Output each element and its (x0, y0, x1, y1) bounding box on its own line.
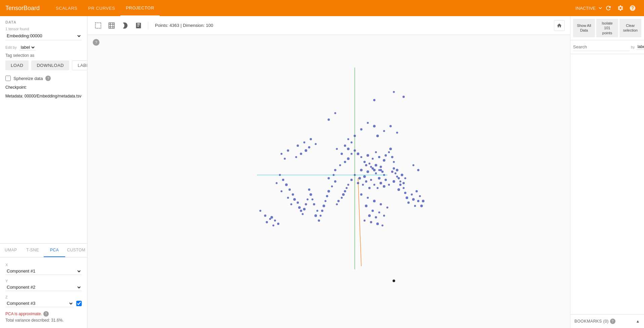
svg-point-119 (292, 193, 294, 196)
nav-pr-curves[interactable]: PR CURVES (83, 0, 120, 16)
nav-projector[interactable]: PROJECTOR (120, 0, 159, 16)
edit-by-select[interactable]: label (19, 44, 36, 50)
bookmarks-help-icon[interactable]: ? (610, 319, 615, 324)
svg-point-156 (315, 143, 317, 145)
y-axis-select[interactable]: Component #1 Component #2 Component #3 (5, 284, 82, 291)
svg-point-25 (376, 187, 378, 189)
svg-point-158 (305, 149, 307, 152)
nav-scalars[interactable]: SCALARS (50, 0, 83, 16)
svg-point-63 (347, 157, 350, 160)
svg-point-123 (290, 203, 292, 205)
svg-point-163 (396, 169, 399, 171)
svg-point-104 (370, 221, 372, 223)
clear-selection-button[interactable]: Clear selection (619, 19, 641, 37)
svg-point-120 (287, 197, 289, 199)
settings-button[interactable] (614, 2, 627, 14)
svg-point-62 (391, 156, 394, 158)
topbar: TensorBoard SCALARS PR CURVES PROJECTOR … (0, 0, 644, 16)
svg-point-80 (308, 189, 310, 191)
svg-point-56 (385, 154, 387, 157)
svg-point-100 (383, 215, 385, 217)
svg-point-167 (402, 182, 405, 184)
x-axis-select[interactable]: Component #1 Component #2 Component #3 (5, 268, 82, 275)
svg-point-21 (385, 179, 387, 181)
isolate-points-button[interactable]: Isolate 101 points (596, 19, 618, 37)
sphereize-help-icon[interactable]: ? (45, 76, 51, 81)
svg-point-121 (293, 198, 296, 201)
scatter-plot[interactable] (87, 35, 570, 328)
svg-point-111 (333, 174, 335, 176)
pca-approx-help-icon[interactable]: ? (43, 311, 49, 317)
svg-point-169 (259, 210, 261, 212)
svg-point-175 (277, 223, 279, 225)
svg-line-8 (358, 178, 361, 266)
svg-point-107 (339, 164, 341, 166)
svg-point-128 (347, 138, 349, 140)
night-mode-icon[interactable] (120, 20, 130, 31)
svg-point-137 (344, 145, 346, 147)
svg-point-30 (354, 174, 356, 176)
svg-point-162 (395, 172, 397, 174)
bookmarks-chevron-icon[interactable]: ▲ (636, 319, 640, 324)
tensor-select[interactable]: Embedding:00000 (5, 32, 82, 40)
by-label: by (631, 45, 635, 49)
x-axis-label: X (5, 263, 82, 267)
svg-point-82 (305, 203, 307, 205)
svg-point-166 (401, 174, 403, 176)
label-button[interactable]: Label (72, 60, 87, 70)
svg-point-152 (281, 153, 283, 155)
svg-point-179 (393, 280, 395, 282)
svg-point-27 (357, 182, 359, 184)
variance-label: Total variance described: 31.6%. (5, 318, 82, 323)
search-by-select[interactable]: label (636, 44, 644, 50)
svg-point-157 (308, 146, 310, 149)
show-all-button[interactable]: Show All Data (573, 19, 595, 37)
sidebar-section-title: DATA (5, 20, 82, 24)
svg-point-52 (378, 156, 380, 158)
svg-point-133 (383, 130, 385, 132)
pca-approx-text: PCA is approximate. (5, 312, 42, 316)
svg-point-69 (326, 195, 328, 197)
svg-rect-1 (109, 23, 115, 28)
svg-point-94 (373, 200, 376, 202)
metadata-label: Metadata: (5, 94, 23, 98)
svg-point-91 (420, 205, 423, 207)
svg-point-174 (274, 219, 276, 221)
svg-point-159 (300, 153, 302, 155)
download-button[interactable]: Download (31, 60, 69, 70)
svg-point-161 (393, 167, 395, 170)
label-toggle-icon[interactable] (133, 20, 144, 31)
search-input[interactable] (573, 43, 630, 51)
svg-point-90 (414, 205, 416, 207)
inactive-selector: INACTIVE (575, 6, 602, 11)
svg-point-79 (310, 193, 312, 196)
svg-point-142 (365, 164, 367, 166)
svg-point-113 (279, 174, 281, 176)
load-button[interactable]: Load (5, 60, 29, 70)
svg-point-47 (336, 203, 338, 205)
svg-point-103 (364, 219, 366, 221)
svg-point-81 (307, 198, 309, 200)
refresh-button[interactable] (602, 2, 614, 14)
svg-point-154 (303, 141, 305, 144)
svg-point-135 (396, 132, 398, 134)
svg-point-131 (354, 135, 356, 137)
z-checkbox[interactable] (76, 301, 82, 306)
chevron-down-icon (598, 6, 602, 10)
svg-point-33 (393, 180, 395, 183)
tab-pca[interactable]: PCA (44, 244, 66, 257)
svg-point-57 (357, 153, 359, 155)
sphereize-checkbox[interactable] (5, 76, 11, 81)
zoom-box-icon[interactable] (106, 20, 117, 31)
home-button[interactable] (554, 20, 565, 31)
svg-point-72 (321, 210, 323, 212)
svg-point-83 (303, 208, 306, 210)
help-button[interactable] (627, 2, 639, 14)
tab-tsne[interactable]: T-SNE (22, 244, 44, 257)
svg-point-148 (378, 169, 380, 171)
z-axis-select[interactable]: Component #1 Component #2 Component #3 (5, 300, 74, 307)
svg-point-97 (365, 205, 368, 207)
selection-box-icon[interactable] (93, 20, 104, 31)
tab-custom[interactable]: CUSTOM (65, 244, 87, 257)
tab-umap[interactable]: UMAP (0, 244, 22, 257)
